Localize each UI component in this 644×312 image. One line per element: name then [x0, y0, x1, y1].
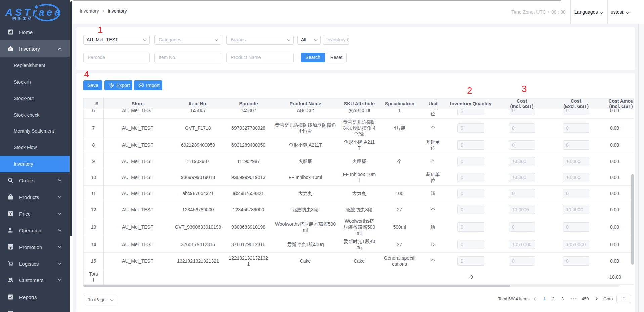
svg-text:¥: ¥ — [9, 245, 12, 250]
svg-text:阿斯米亚: 阿斯米亚 — [12, 16, 33, 20]
svg-text:¥: ¥ — [9, 212, 12, 216]
